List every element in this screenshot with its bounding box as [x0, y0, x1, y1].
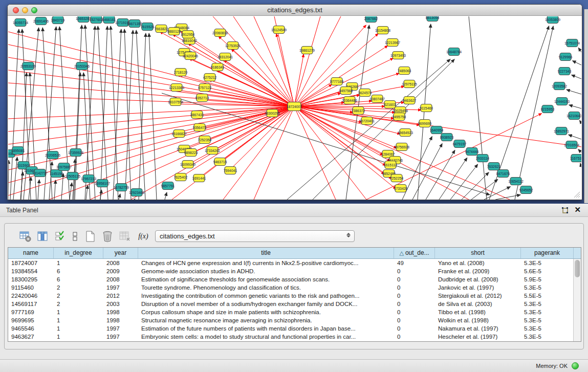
network-node[interactable]: 3867431: [190, 111, 204, 119]
network-node[interactable]: 16053809: [545, 16, 560, 24]
network-node[interactable]: 1895081: [11, 147, 25, 155]
row-height-icon[interactable]: [71, 230, 79, 243]
network-node[interactable]: 7632621: [487, 163, 501, 170]
network-node[interactable]: 7615526: [141, 23, 155, 31]
network-node[interactable]: 8813054: [426, 16, 440, 21]
table-row[interactable]: 911546021997Tourette syndrome. Phenomeno…: [8, 283, 581, 292]
table-selector-dropdown[interactable]: citations_edges.txt: [155, 230, 355, 242]
network-node[interactable]: 7252254: [390, 174, 404, 182]
network-node[interactable]: 19654923: [398, 129, 413, 137]
network-node[interactable]: 20364486: [342, 97, 357, 104]
network-node[interactable]: 19756928: [394, 143, 409, 151]
network-node[interactable]: 22060818: [212, 29, 228, 37]
network-node[interactable]: 14055714: [13, 19, 28, 27]
table-row[interactable]: 1938455462009Genome-wide association stu…: [8, 267, 581, 275]
network-node[interactable]: 15166827: [171, 130, 187, 138]
table-scrollbar[interactable]: [573, 259, 581, 341]
network-node[interactable]: 16154808: [375, 27, 390, 34]
network-node[interactable]: 9227343: [558, 68, 572, 75]
network-node[interactable]: 12975115: [402, 80, 417, 88]
network-node[interactable]: 16782759: [114, 184, 129, 191]
network-node[interactable]: 9356473: [193, 124, 207, 132]
select-rows-icon[interactable]: [54, 230, 67, 243]
table-row[interactable]: 1456911722003Disruption of a novel membe…: [8, 300, 581, 308]
show-column-icon[interactable]: [36, 230, 50, 243]
network-node[interactable]: 9497568: [339, 87, 353, 95]
table-row[interactable]: 969969511998Structural magnetic resonanc…: [8, 316, 581, 324]
network-node[interactable]: 19861279: [299, 47, 315, 54]
network-node[interactable]: 16099349: [180, 161, 195, 168]
network-node[interactable]: 14671355: [127, 20, 142, 28]
table-row[interactable]: 946554611997Estimation of the future num…: [8, 324, 581, 333]
network-node[interactable]: 9186341: [211, 63, 225, 71]
column-header-year[interactable]: year: [103, 248, 138, 258]
network-node[interactable]: 3624574: [358, 89, 372, 97]
float-panel-icon[interactable]: [561, 206, 569, 214]
network-node[interactable]: 9115460: [420, 104, 433, 112]
network-node[interactable]: 18312041: [217, 53, 233, 61]
create-column-icon[interactable]: [83, 230, 97, 243]
network-node[interactable]: 10653287: [76, 16, 91, 23]
network-node[interactable]: 18107554: [168, 98, 183, 106]
network-node[interactable]: 7485063: [398, 67, 411, 75]
network-node[interactable]: 7386372: [352, 107, 365, 115]
network-node[interactable]: 12505135: [65, 172, 80, 180]
table-row[interactable]: 977716911998Corpus callosum shape and si…: [8, 308, 581, 316]
network-window-titlebar[interactable]: citations_edges.txt: [8, 5, 582, 16]
column-header-out_de[interactable]: △out_de...: [394, 248, 435, 258]
network-node[interactable]: 8471676: [496, 170, 510, 178]
network-node[interactable]: 9129966: [559, 53, 573, 61]
network-node[interactable]: 1640954: [430, 126, 444, 134]
network-node[interactable]: 4275212: [203, 74, 217, 81]
network-node[interactable]: 9699695: [418, 120, 432, 127]
table-panel-titlebar[interactable]: Table Panel ✕: [0, 204, 588, 217]
network-node[interactable]: 9857791: [161, 182, 175, 190]
network-node[interactable]: 10973493: [390, 52, 406, 59]
network-node[interactable]: 15751074: [564, 39, 580, 47]
network-node[interactable]: 9245652: [519, 186, 533, 194]
function-builder-icon[interactable]: f(x): [136, 232, 151, 240]
delete-column-icon[interactable]: [101, 230, 114, 243]
column-header-short[interactable]: short: [435, 248, 521, 258]
network-node[interactable]: 1527602: [90, 16, 103, 24]
network-node[interactable]: 6479197: [453, 140, 467, 148]
network-node[interactable]: 10654112: [508, 178, 524, 185]
delete-table-icon[interactable]: [118, 230, 132, 243]
network-node[interactable]: 9463715: [213, 158, 227, 166]
network-node[interactable]: 16958107: [95, 180, 110, 187]
network-node[interactable]: 16720401: [359, 117, 375, 125]
network-node[interactable]: 12213967: [385, 39, 400, 47]
network-node[interactable]: 9463627: [403, 97, 417, 104]
network-node[interactable]: 20153346: [74, 62, 90, 70]
network-node[interactable]: 12923468: [129, 189, 144, 196]
network-node[interactable]: 30975887: [56, 163, 72, 171]
network-node[interactable]: 1843719: [51, 16, 65, 24]
network-node[interactable]: 7594041: [224, 167, 237, 174]
network-node[interactable]: 9777169: [330, 78, 344, 85]
network-node[interactable]: 20691406: [33, 17, 49, 25]
table-row[interactable]: 1830029562008Estimation of significance …: [8, 275, 581, 283]
network-node[interactable]: 4757122: [198, 84, 212, 92]
network-node[interactable]: 2087662: [364, 16, 378, 23]
network-node[interactable]: 17359928: [68, 149, 83, 157]
column-header-name[interactable]: name: [8, 248, 54, 258]
network-node[interactable]: 16648784: [446, 48, 462, 56]
network-node[interactable]: 9860128: [167, 28, 181, 35]
network-node[interactable]: 12444193: [554, 98, 570, 105]
network-node[interactable]: 12213363: [169, 84, 184, 92]
column-header-title[interactable]: title: [138, 248, 394, 258]
network-node[interactable]: 8912954: [181, 31, 195, 38]
network-node[interactable]: 15892971: [554, 127, 569, 135]
network-node[interactable]: 1615112: [384, 161, 397, 169]
network-node[interactable]: 10807487: [369, 95, 385, 103]
table-scrollbar-thumb[interactable]: [575, 260, 580, 277]
network-node[interactable]: 18724007: [287, 102, 302, 111]
column-header-pagerank[interactable]: pagerank: [521, 248, 574, 258]
table-row[interactable]: 946362711997Embryonic stem cells: a mode…: [8, 333, 581, 341]
network-node[interactable]: 6466161: [102, 16, 116, 24]
network-node[interactable]: 18300295: [265, 110, 280, 117]
network-node[interactable]: 17016504: [564, 141, 579, 149]
network-window[interactable]: citations_edges.txt 18724007220480842206…: [7, 4, 582, 200]
network-node[interactable]: 7625402: [174, 173, 188, 181]
network-node[interactable]: 9495758: [393, 113, 406, 121]
